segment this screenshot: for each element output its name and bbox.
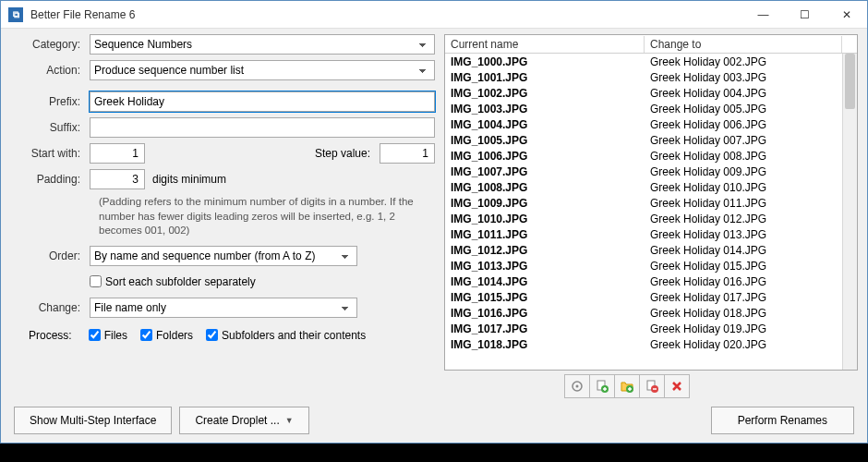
order-select[interactable]: By name and sequence number (from A to Z… [90,246,357,266]
startwith-label: Start with: [10,147,90,160]
prefix-input[interactable] [90,91,435,112]
padding-help: (Padding refers to the minimum number of… [99,195,435,238]
current-name-cell: IMG_1007.JPG [445,165,645,178]
change-to-cell: Greek Holiday 009.JPG [645,165,857,178]
process-folders[interactable]: Folders [140,329,193,342]
process-row: Process: Files Folders Subfolders and th… [10,329,435,342]
current-name-cell: IMG_1003.JPG [445,103,645,116]
current-name-cell: IMG_1017.JPG [445,322,645,335]
file-row[interactable]: IMG_1008.JPGGreek Holiday 010.JPG [445,179,857,195]
file-row[interactable]: IMG_1003.JPGGreek Holiday 005.JPG [445,101,857,116]
create-droplet-button[interactable]: Create Droplet ...▼ [179,407,308,434]
category-select[interactable]: Sequence Numbers [90,34,435,55]
scrollbar[interactable] [842,54,857,370]
col-change-to[interactable]: Change to [645,36,842,53]
change-to-cell: Greek Holiday 015.JPG [645,260,857,273]
current-name-cell: IMG_1009.JPG [445,197,645,210]
subfolders-checkbox[interactable] [206,329,218,341]
sort-subfolder-label: Sort each subfolder separately [105,275,256,288]
change-to-cell: Greek Holiday 002.JPG [645,55,857,68]
file-toolbar [564,374,858,398]
file-row[interactable]: IMG_1007.JPGGreek Holiday 009.JPG [445,164,857,179]
file-row[interactable]: IMG_1005.JPGGreek Holiday 007.JPG [445,132,857,148]
file-row[interactable]: IMG_1017.JPGGreek Holiday 019.JPG [445,321,857,336]
change-to-cell: Greek Holiday 016.JPG [645,275,857,288]
file-row[interactable]: IMG_1012.JPGGreek Holiday 014.JPG [445,242,857,258]
content-area: Category: Sequence Numbers Action: Produ… [1,29,867,398]
current-name-cell: IMG_1010.JPG [445,213,645,225]
show-multistep-button[interactable]: Show Multi-Step Interface [14,407,172,434]
bottom-bar: Show Multi-Step Interface Create Droplet… [1,398,867,443]
files-checkbox[interactable] [89,329,101,341]
file-row[interactable]: IMG_1015.JPGGreek Holiday 017.JPG [445,289,857,305]
add-file-button[interactable] [589,374,615,398]
folders-checkbox[interactable] [140,329,152,341]
digits-min-label: digits minimum [152,173,226,186]
file-row[interactable]: IMG_1010.JPGGreek Holiday 012.JPG [445,211,857,226]
titlebar: ⧉ Better File Rename 6 — ☐ ✕ [1,1,867,29]
process-files[interactable]: Files [89,329,127,342]
close-button[interactable]: ✕ [826,1,867,28]
change-to-cell: Greek Holiday 005.JPG [645,103,857,116]
file-row[interactable]: IMG_1013.JPGGreek Holiday 015.JPG [445,258,857,274]
file-list-header: Current name Change to [445,35,857,54]
window-buttons: — ☐ ✕ [742,1,867,28]
file-list-body[interactable]: IMG_1000.JPGGreek Holiday 002.JPGIMG_100… [445,54,857,370]
current-name-cell: IMG_1012.JPG [445,244,645,257]
change-select[interactable]: File name only [90,298,357,318]
svg-point-1 [576,385,579,388]
suffix-label: Suffix: [10,121,90,134]
current-name-cell: IMG_1008.JPG [445,181,645,194]
process-subfolders[interactable]: Subfolders and their contents [206,329,366,342]
padding-input[interactable] [90,169,145,189]
stepvalue-label: Step value: [145,147,380,160]
file-list: Current name Change to IMG_1000.JPGGreek… [444,34,858,371]
current-name-cell: IMG_1016.JPG [445,307,645,320]
file-row[interactable]: IMG_1006.JPGGreek Holiday 008.JPG [445,148,857,164]
scrollbar-thumb[interactable] [845,54,855,109]
preview-pane: Current name Change to IMG_1000.JPGGreek… [444,34,858,398]
change-to-cell: Greek Holiday 003.JPG [645,71,857,84]
file-row[interactable]: IMG_1002.JPGGreek Holiday 004.JPG [445,85,857,101]
app-icon: ⧉ [8,7,23,22]
change-to-cell: Greek Holiday 004.JPG [645,87,857,100]
change-to-cell: Greek Holiday 018.JPG [645,307,857,320]
file-row[interactable]: IMG_1016.JPGGreek Holiday 018.JPG [445,305,857,321]
padding-label: Padding: [10,173,90,186]
chevron-down-icon: ▼ [285,416,294,425]
stepvalue-input[interactable] [380,143,435,164]
change-to-cell: Greek Holiday 020.JPG [645,338,857,351]
remove-file-button[interactable] [639,374,665,398]
current-name-cell: IMG_1000.JPG [445,55,645,68]
settings-button[interactable] [564,374,590,398]
perform-renames-button[interactable]: Perform Renames [711,407,854,434]
change-to-cell: Greek Holiday 007.JPG [645,134,857,147]
file-row[interactable]: IMG_1009.JPGGreek Holiday 011.JPG [445,195,857,211]
file-row[interactable]: IMG_1011.JPGGreek Holiday 013.JPG [445,226,857,242]
file-row[interactable]: IMG_1001.JPGGreek Holiday 003.JPG [445,69,857,85]
action-select[interactable]: Produce sequence number list [90,60,435,80]
minimize-button[interactable]: — [742,1,784,28]
current-name-cell: IMG_1006.JPG [445,150,645,163]
change-to-cell: Greek Holiday 017.JPG [645,291,857,304]
category-label: Category: [10,38,90,51]
file-row[interactable]: IMG_1014.JPGGreek Holiday 016.JPG [445,274,857,289]
col-current-name[interactable]: Current name [445,36,645,53]
startwith-input[interactable] [90,143,145,164]
sort-subfolder-checkbox[interactable] [90,275,102,287]
order-label: Order: [10,249,90,262]
maximize-button[interactable]: ☐ [784,1,826,28]
add-folder-button[interactable] [614,374,640,398]
change-to-cell: Greek Holiday 012.JPG [645,213,857,225]
clear-button[interactable] [664,374,690,398]
change-to-cell: Greek Holiday 019.JPG [645,322,857,335]
file-row[interactable]: IMG_1018.JPGGreek Holiday 020.JPG [445,336,857,352]
file-row[interactable]: IMG_1000.JPGGreek Holiday 002.JPG [445,54,857,69]
current-name-cell: IMG_1002.JPG [445,87,645,100]
suffix-input[interactable] [90,117,435,138]
sort-subfolder-row[interactable]: Sort each subfolder separately [90,275,256,288]
change-to-cell: Greek Holiday 011.JPG [645,197,857,210]
current-name-cell: IMG_1015.JPG [445,291,645,304]
file-row[interactable]: IMG_1004.JPGGreek Holiday 006.JPG [445,116,857,132]
change-label: Change: [10,301,90,314]
